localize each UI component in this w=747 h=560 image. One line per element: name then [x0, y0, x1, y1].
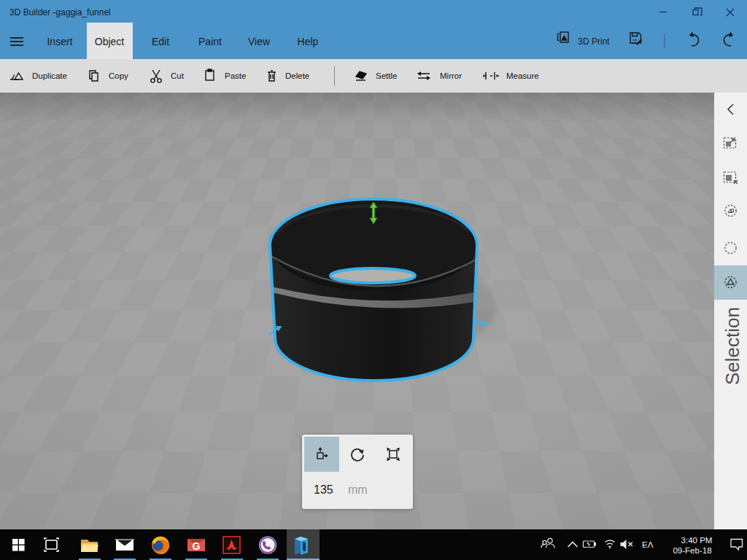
svg-text:3:40 PM: 3:40 PM — [681, 536, 713, 545]
svg-text:09-Feb-18: 09-Feb-18 — [673, 546, 711, 555]
svg-text:G: G — [193, 540, 201, 552]
svg-text:EΛ: EΛ — [642, 540, 654, 549]
